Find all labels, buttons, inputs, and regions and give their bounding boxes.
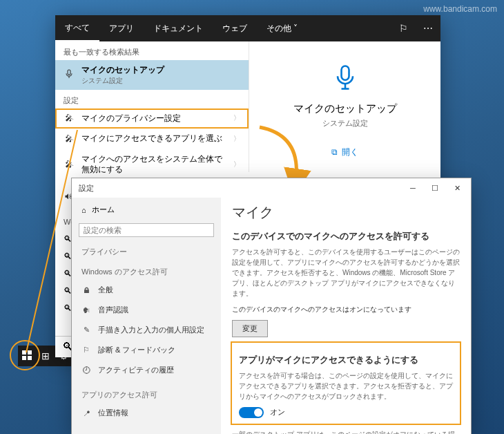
pen-icon: ✎ [81, 326, 91, 334]
mic-large-icon [330, 62, 360, 93]
change-button[interactable]: 変更 [232, 320, 268, 337]
section1-status: このデバイスのマイクへのアクセスはオンになっています [232, 304, 460, 314]
mic-icon: 🎤︎ [64, 134, 75, 144]
home-icon: ⌂ [81, 206, 86, 214]
speech-icon: 🗣︎ [81, 306, 91, 314]
privacy-label: プライバシー [72, 244, 221, 260]
side-diagnostics[interactable]: ⚐診断 & フィードバック [72, 340, 221, 360]
tab-more[interactable]: その他 ˅ [257, 15, 307, 41]
section2-body: アクセスを許可する場合は、このページの設定を使用して、マイクにアクセスできるアプ… [239, 370, 453, 402]
chevron-right-icon: 〉 [233, 113, 240, 123]
more-icon[interactable]: ⋯ [416, 23, 440, 34]
disable-all-result[interactable]: 🎤︎ マイクへのアクセスをシステム全体で無効にする 〉 [55, 149, 249, 180]
side-speech[interactable]: 🗣︎音声認識 [72, 300, 221, 320]
preview-pane: マイクのセットアップ システム設定 ⧉開く [249, 41, 440, 172]
group-app-permissions: アプリのアクセス許可 [72, 387, 221, 403]
minimize-button[interactable]: ─ [402, 184, 424, 192]
feedback-icon: ⚐ [81, 346, 91, 355]
mic-icon [64, 68, 75, 82]
start-button[interactable] [18, 350, 37, 362]
location-icon: 📍︎ [81, 409, 91, 417]
chevron-right-icon: 〉 [233, 134, 240, 144]
toggle-label: オン [270, 408, 285, 416]
window-title: 設定 [79, 183, 402, 194]
open-link[interactable]: ⧉開く [331, 147, 358, 158]
home-link[interactable]: ⌂ホーム [72, 200, 221, 219]
svg-rect-5 [22, 356, 26, 360]
tab-docs[interactable]: ドキュメント [144, 15, 213, 41]
svg-rect-3 [22, 350, 26, 355]
tab-all[interactable]: すべて [55, 15, 99, 41]
maximize-button[interactable]: ☐ [424, 184, 446, 193]
side-location[interactable]: 📍︎位置情報 [72, 403, 221, 423]
best-match-item[interactable]: マイクのセットアップ システム設定 [55, 60, 249, 90]
choose-apps-result[interactable]: 🎤︎ マイクにアクセスできるアプリを選ぶ 〉 [55, 129, 249, 149]
section1-title: このデバイスでのマイクへのアクセスを許可する [232, 230, 460, 243]
open-icon: ⧉ [331, 147, 338, 157]
feedback-icon[interactable]: ⚐ [391, 23, 416, 34]
side-inking[interactable]: ✎手描き入力と入力の個人用設定 [72, 320, 221, 340]
settings-sidebar: ⌂ホーム プライバシー Windows のアクセス許可 🔒︎全般 🗣︎音声認識 … [72, 198, 221, 434]
search-icon: 🔍︎ [64, 234, 72, 244]
settings-section-label: 設定 [55, 90, 249, 108]
side-general[interactable]: 🔒︎全般 [72, 280, 221, 300]
svg-rect-0 [68, 70, 70, 75]
tab-web[interactable]: ウェブ [213, 15, 257, 41]
preview-title: マイクのセットアップ [263, 102, 427, 115]
best-match-label: 最も一致する検索結果 [55, 41, 249, 60]
search-icon: 🔍︎ [64, 303, 72, 313]
svg-rect-1 [341, 66, 349, 80]
side-activity[interactable]: 🕘︎アクティビティの履歴 [72, 360, 221, 380]
section1-body: アクセスを許可すると、このデバイスを使用するユーザーはこのページの設定を使用して… [232, 247, 460, 299]
close-button[interactable]: ✕ [446, 184, 468, 193]
mic-icon: 🎤︎ [64, 113, 75, 123]
taskview-button[interactable]: ⊞ [37, 350, 55, 361]
allow-apps-block: アプリがマイクにアクセスできるようにする アクセスを許可する場合は、このページの… [232, 343, 460, 424]
settings-content: マイク このデバイスでのマイクへのアクセスを許可する アクセスを許可すると、この… [221, 198, 471, 434]
tab-bar: すべて アプリ ドキュメント ウェブ その他 ˅ ⚐ ⋯ [55, 15, 440, 41]
watermark: www.bandicam.com [423, 4, 497, 14]
preview-subtitle: システム設定 [263, 118, 427, 129]
chevron-right-icon: 〉 [233, 160, 240, 169]
toggle-row: オン [239, 407, 453, 418]
settings-window: 設定 ─ ☐ ✕ ⌂ホーム プライバシー Windows のアクセス許可 🔒︎全… [72, 178, 471, 434]
desktop-app-note: 一部のデスクトップ アプリは、このページの設定がオフになっている場合でも、マイク… [232, 429, 460, 434]
privacy-settings-result[interactable]: 🎤︎ マイクのプライバシー設定 〉 [55, 108, 249, 129]
mic-access-toggle[interactable] [239, 407, 264, 418]
tab-apps[interactable]: アプリ [99, 15, 144, 41]
page-heading: マイク [232, 203, 460, 222]
result-subtitle: システム設定 [81, 76, 240, 85]
lock-icon: 🔒︎ [81, 286, 91, 294]
svg-rect-6 [28, 356, 32, 360]
result-title: マイクのセットアップ [81, 65, 240, 76]
group-win-permissions: Windows のアクセス許可 [72, 264, 221, 280]
search-icon: 🔍︎ [64, 252, 72, 261]
svg-rect-4 [28, 350, 32, 355]
history-icon: 🕘︎ [81, 366, 91, 375]
settings-search-input[interactable] [79, 223, 214, 237]
mic-icon: 🎤︎ [64, 160, 75, 169]
search-icon: 🔍︎ [64, 269, 72, 279]
search-icon: 🔍︎ [64, 286, 72, 296]
section2-title: アプリがマイクにアクセスできるようにする [239, 354, 453, 366]
titlebar: 設定 ─ ☐ ✕ [72, 178, 471, 198]
